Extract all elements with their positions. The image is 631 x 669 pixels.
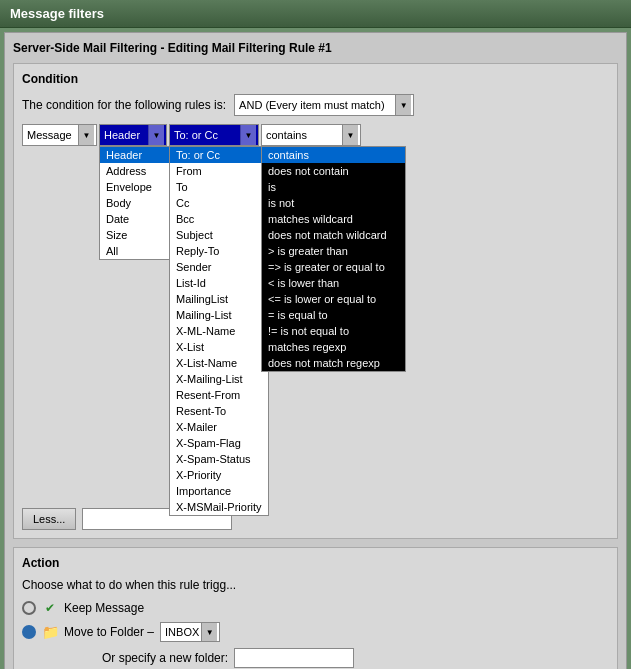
header-sub-arrow[interactable]: ▼ xyxy=(240,125,256,145)
move-folder-row: 📁 Move to Folder – INBOX ▼ xyxy=(22,622,609,642)
sub-opt-mailinglist[interactable]: MailingList xyxy=(170,291,268,307)
contains-dropdown-list: contains does not contain is is not matc… xyxy=(261,146,406,372)
condition-section: Condition The condition for the followin… xyxy=(13,63,618,539)
header-option-all[interactable]: All xyxy=(100,243,173,259)
sub-opt-x-list[interactable]: X-List xyxy=(170,339,268,355)
keep-label: Keep Message xyxy=(64,601,144,615)
c-opt-is[interactable]: is xyxy=(262,179,405,195)
sub-opt-x-msmail-priority[interactable]: X-MSMail-Priority xyxy=(170,499,268,515)
header-option-date[interactable]: Date xyxy=(100,211,173,227)
header-select-arrow[interactable]: ▼ xyxy=(148,125,164,145)
move-radio[interactable] xyxy=(22,625,36,639)
inbox-arrow[interactable]: ▼ xyxy=(201,623,217,641)
header-option-body[interactable]: Body xyxy=(100,195,173,211)
header-option-envelope[interactable]: Envelope xyxy=(100,179,173,195)
sub-opt-importance[interactable]: Importance xyxy=(170,483,268,499)
new-folder-row: Or specify a new folder: xyxy=(102,648,609,668)
condition-row: The condition for the following rules is… xyxy=(22,94,609,116)
header-option-size[interactable]: Size xyxy=(100,227,173,243)
contains-select-wrapper[interactable]: contains ▼ xyxy=(261,124,361,146)
sub-opt-x-spam-flag[interactable]: X-Spam-Flag xyxy=(170,435,268,451)
header-sub-dropdown-list: To: or Cc From To Cc Bcc Subject Reply-T… xyxy=(169,146,269,516)
sub-opt-reply-to[interactable]: Reply-To xyxy=(170,243,268,259)
inbox-text: INBOX xyxy=(163,626,201,638)
contains-arrow[interactable]: ▼ xyxy=(342,125,358,145)
less-button-row: Less... xyxy=(22,508,609,530)
message-select-wrapper[interactable]: Message ▼ xyxy=(22,124,97,146)
match-select-wrapper[interactable]: AND (Every item must match) ▼ xyxy=(234,94,414,116)
c-opt-lower-than[interactable]: < is lower than xyxy=(262,275,405,291)
sub-opt-to-cc[interactable]: To: or Cc xyxy=(170,147,268,163)
header-sub-container: To: or Cc ▼ To: or Cc From To Cc Bcc Sub… xyxy=(169,124,259,146)
c-opt-equal[interactable]: = is equal to xyxy=(262,307,405,323)
header-dropdown-container: Header ▼ Header Address Envelope Body Da… xyxy=(99,124,167,146)
c-opt-not-match-regexp[interactable]: does not match regexp xyxy=(262,355,405,371)
header-sub-select-wrapper[interactable]: To: or Cc ▼ xyxy=(169,124,259,146)
c-opt-not-match-wildcard[interactable]: does not match wildcard xyxy=(262,227,405,243)
contains-text: contains xyxy=(264,129,342,141)
sub-opt-to[interactable]: To xyxy=(170,179,268,195)
c-opt-is-not[interactable]: is not xyxy=(262,195,405,211)
sub-opt-x-mailer[interactable]: X-Mailer xyxy=(170,419,268,435)
new-folder-label: Or specify a new folder: xyxy=(102,651,228,665)
sub-opt-xml-name[interactable]: X-ML-Name xyxy=(170,323,268,339)
sub-opt-x-mailing-list[interactable]: X-Mailing-List xyxy=(170,371,268,387)
action-title: Action xyxy=(22,556,609,570)
sub-opt-x-list-name[interactable]: X-List-Name xyxy=(170,355,268,371)
keep-message-row: ✔ Keep Message xyxy=(22,600,609,616)
header-dropdown-list: Header Address Envelope Body Date Size A… xyxy=(99,146,174,260)
contains-container: contains ▼ contains does not contain is … xyxy=(261,124,361,146)
match-select-arrow[interactable]: ▼ xyxy=(395,95,411,115)
header-select-text: Header xyxy=(102,129,148,141)
new-folder-input[interactable] xyxy=(234,648,354,668)
c-opt-greater-equal[interactable]: => is greater or equal to xyxy=(262,259,405,275)
c-opt-not-contain[interactable]: does not contain xyxy=(262,163,405,179)
message-select-text: Message xyxy=(25,129,78,141)
sub-opt-bcc[interactable]: Bcc xyxy=(170,211,268,227)
action-desc-text: Choose what to do when this rule trigg xyxy=(22,578,226,592)
dialog-title: Server-Side Mail Filtering - Editing Mai… xyxy=(13,41,618,55)
action-desc-ellipsis: ... xyxy=(226,578,236,592)
header-option-header[interactable]: Header xyxy=(100,147,173,163)
sub-opt-subject[interactable]: Subject xyxy=(170,227,268,243)
keep-radio[interactable] xyxy=(22,601,36,615)
c-opt-matches-regexp[interactable]: matches regexp xyxy=(262,339,405,355)
header-option-address[interactable]: Address xyxy=(100,163,173,179)
action-desc: Choose what to do when this rule trigg..… xyxy=(22,578,609,592)
c-opt-greater-than[interactable]: > is greater than xyxy=(262,243,405,259)
sub-opt-resent-to[interactable]: Resent-To xyxy=(170,403,268,419)
sub-opt-cc[interactable]: Cc xyxy=(170,195,268,211)
condition-label: The condition for the following rules is… xyxy=(22,98,226,112)
less-button[interactable]: Less... xyxy=(22,508,76,530)
inbox-select-wrapper[interactable]: INBOX ▼ xyxy=(160,622,220,642)
window-title: Message filters xyxy=(10,6,104,21)
keep-icon: ✔ xyxy=(42,600,58,616)
c-opt-contains[interactable]: contains xyxy=(262,147,405,163)
filter-area: Message ▼ Header ▼ Header Address Envelo… xyxy=(22,124,609,504)
main-content: Server-Side Mail Filtering - Editing Mai… xyxy=(4,32,627,669)
match-select-text: AND (Every item must match) xyxy=(237,99,395,111)
title-bar: Message filters xyxy=(0,0,631,28)
header-sub-text: To: or Cc xyxy=(172,129,240,141)
sub-opt-from[interactable]: From xyxy=(170,163,268,179)
message-select-arrow[interactable]: ▼ xyxy=(78,125,94,145)
sub-opt-x-spam-status[interactable]: X-Spam-Status xyxy=(170,451,268,467)
action-section: Action Choose what to do when this rule … xyxy=(13,547,618,669)
sub-opt-sender[interactable]: Sender xyxy=(170,259,268,275)
header-select-wrapper[interactable]: Header ▼ xyxy=(99,124,167,146)
sub-opt-precedence[interactable]: Precedence xyxy=(170,515,268,516)
c-opt-matches-wildcard[interactable]: matches wildcard xyxy=(262,211,405,227)
sub-opt-resent-from[interactable]: Resent-From xyxy=(170,387,268,403)
folder-icon: 📁 xyxy=(42,624,58,640)
sub-opt-x-priority[interactable]: X-Priority xyxy=(170,467,268,483)
condition-title: Condition xyxy=(22,72,609,86)
move-label: Move to Folder – xyxy=(64,625,154,639)
sub-opt-list-id[interactable]: List-Id xyxy=(170,275,268,291)
c-opt-not-equal[interactable]: != is not equal to xyxy=(262,323,405,339)
sub-opt-mailing-list[interactable]: Mailing-List xyxy=(170,307,268,323)
c-opt-lower-equal[interactable]: <= is lower or equal to xyxy=(262,291,405,307)
